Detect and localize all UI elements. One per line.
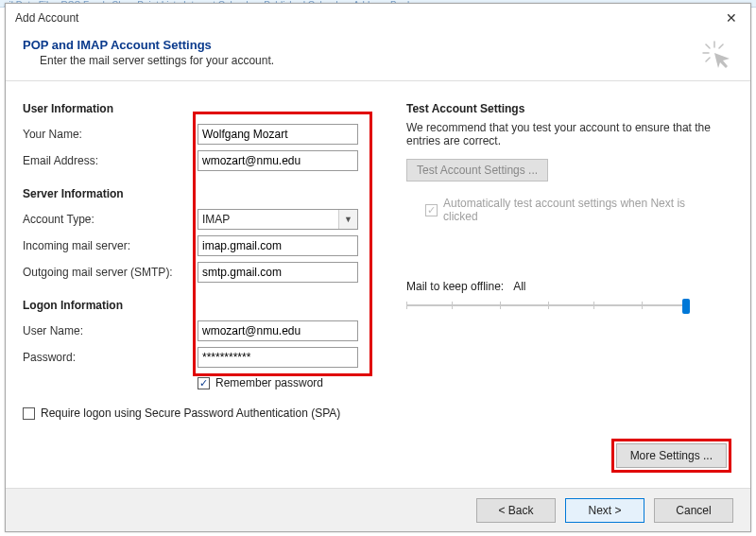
header-title: POP and IMAP Account Settings xyxy=(23,38,733,52)
mail-offline-row: Mail to keep offline: All xyxy=(406,280,733,293)
test-account-settings-button[interactable]: Test Account Settings ... xyxy=(406,159,548,182)
add-account-dialog: Add Account ✕ POP and IMAP Account Setti… xyxy=(5,3,751,532)
user-information-heading: User Information xyxy=(23,102,380,115)
next-button[interactable]: Next > xyxy=(565,498,644,523)
right-column: Test Account Settings We recommend that … xyxy=(406,95,733,420)
slider-tick xyxy=(452,302,453,309)
email-label: Email Address: xyxy=(23,154,198,167)
header-subtitle: Enter the mail server settings for your … xyxy=(40,54,733,67)
your-name-label: Your Name: xyxy=(23,128,198,141)
password-row: Password: xyxy=(23,344,380,371)
spa-checkbox[interactable]: ✓ xyxy=(23,407,35,420)
auto-test-label: Automatically test account settings when… xyxy=(443,197,698,223)
svg-line-3 xyxy=(719,44,723,48)
server-information-heading: Server Information xyxy=(23,187,380,200)
email-input[interactable] xyxy=(198,150,358,171)
outgoing-server-label: Outgoing mail server (SMTP): xyxy=(23,266,198,279)
dialog-body: User Information Your Name: Email Addres… xyxy=(6,81,750,420)
mail-offline-value: All xyxy=(513,280,525,293)
incoming-server-input[interactable] xyxy=(198,235,358,256)
test-account-description: We recommend that you test your account … xyxy=(406,121,733,147)
outgoing-server-row: Outgoing mail server (SMTP): xyxy=(23,259,380,285)
account-type-value: IMAP xyxy=(202,213,230,226)
incoming-server-label: Incoming mail server: xyxy=(23,239,198,252)
spa-label: Require logon using Secure Password Auth… xyxy=(41,406,340,420)
slider-tick xyxy=(642,302,643,309)
slider-tick xyxy=(593,302,594,309)
slider-tick xyxy=(406,302,407,309)
dialog-header: POP and IMAP Account Settings Enter the … xyxy=(6,32,750,81)
outgoing-server-input[interactable] xyxy=(198,262,358,283)
slider-tick xyxy=(500,302,501,309)
account-type-select[interactable]: IMAP ▼ xyxy=(198,209,358,230)
remember-password-label: Remember password xyxy=(215,376,323,389)
cursor-click-icon xyxy=(701,40,733,72)
svg-line-4 xyxy=(706,58,710,61)
password-input[interactable] xyxy=(198,347,358,368)
account-type-label: Account Type: xyxy=(23,213,198,226)
incoming-server-row: Incoming mail server: xyxy=(23,233,380,259)
dialog-footer: < Back Next > Cancel xyxy=(6,488,750,531)
logon-information-heading: Logon Information xyxy=(23,299,380,312)
auto-test-row: ✓ Automatically test account settings wh… xyxy=(425,197,733,223)
test-account-heading: Test Account Settings xyxy=(406,102,733,115)
back-button[interactable]: < Back xyxy=(476,498,556,523)
close-button[interactable]: ✕ xyxy=(713,4,750,32)
slider-tick xyxy=(548,302,549,309)
your-name-input[interactable] xyxy=(198,124,358,145)
password-label: Password: xyxy=(23,351,198,364)
svg-line-2 xyxy=(706,44,710,48)
mail-offline-label: Mail to keep offline: xyxy=(406,280,504,293)
auto-test-checkbox[interactable]: ✓ xyxy=(425,204,438,216)
username-row: User Name: xyxy=(23,318,380,344)
email-row: Email Address: xyxy=(23,147,380,174)
your-name-row: Your Name: xyxy=(23,121,380,147)
username-input[interactable] xyxy=(198,320,358,341)
remember-password-row: ✓ Remember password xyxy=(198,376,380,389)
close-icon: ✕ xyxy=(726,10,737,26)
dialog-title: Add Account xyxy=(15,11,78,25)
left-column: User Information Your Name: Email Addres… xyxy=(23,95,380,420)
slider-thumb[interactable] xyxy=(682,299,690,314)
more-settings-area: More Settings ... xyxy=(611,439,731,473)
chevron-down-icon: ▼ xyxy=(338,210,357,229)
titlebar: Add Account ✕ xyxy=(6,4,750,32)
cancel-button[interactable]: Cancel xyxy=(654,498,733,523)
account-type-row: Account Type: IMAP ▼ xyxy=(23,206,380,233)
remember-password-checkbox[interactable]: ✓ xyxy=(198,377,210,389)
mail-offline-slider[interactable] xyxy=(406,297,690,314)
username-label: User Name: xyxy=(23,324,198,337)
spa-row: ✓ Require logon using Secure Password Au… xyxy=(23,406,380,420)
more-settings-button[interactable]: More Settings ... xyxy=(616,443,727,468)
